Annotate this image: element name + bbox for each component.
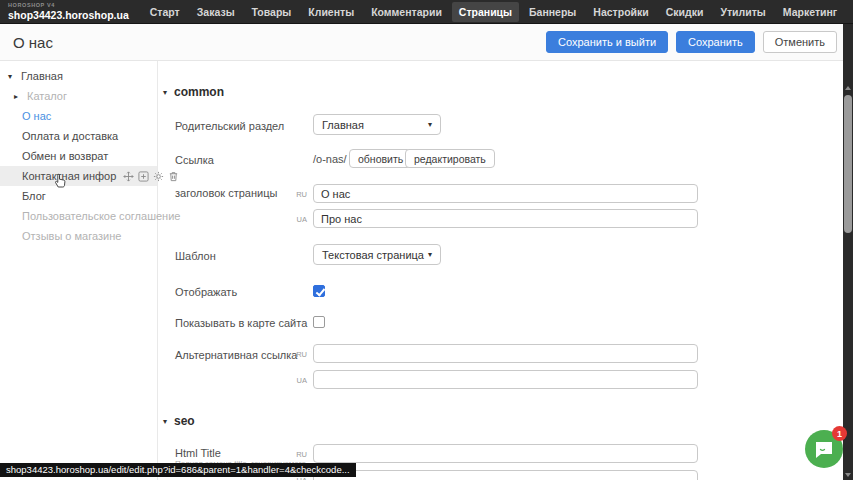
menu-item-banners[interactable]: Баннеры (522, 2, 583, 22)
logo-version: HOROSHOP V4 (8, 3, 129, 9)
display-checkbox[interactable] (313, 285, 325, 297)
menu-item-discounts[interactable]: Скидки (659, 2, 711, 22)
parent-section-label: Родительский раздел (175, 120, 284, 132)
page-title-field-label: заголовок страницы (175, 187, 277, 199)
tree-item-store-reviews[interactable]: Отзывы о магазине (0, 226, 157, 246)
chat-unread-badge: 1 (832, 426, 847, 441)
chevron-down-icon[interactable]: ▾ (8, 72, 16, 81)
page-title-ru-input[interactable] (313, 184, 698, 203)
page-title: О нас (0, 34, 53, 51)
menu-item-pages[interactable]: Страницы (452, 2, 519, 22)
html-title-ru-input[interactable] (313, 444, 698, 463)
html-title-label: Html Title (175, 447, 221, 459)
chevron-right-icon[interactable]: ▸ (14, 92, 22, 101)
chat-bubble-icon (814, 440, 834, 459)
alt-link-label: Альтернативная ссылка (175, 349, 297, 361)
save-and-exit-button[interactable]: Сохранить и выйти (546, 31, 668, 53)
template-value: Текстовая страница (322, 249, 424, 261)
section-seo-toggle[interactable]: ▾ seo (163, 414, 195, 428)
section-seo-label: seo (174, 414, 195, 428)
tree-item-payment-delivery[interactable]: Оплата и доставка (0, 126, 157, 146)
chevron-down-icon: ▾ (428, 250, 432, 259)
link-edit-button[interactable]: редактировать (405, 149, 495, 168)
link-value: /o-nas/ (313, 153, 347, 165)
sitemap-label: Показывать в карте сайта (175, 317, 307, 329)
template-select[interactable]: Текстовая страница ▾ (313, 244, 441, 265)
page-tree-sidebar: ▾ Главная ▸ Каталог О нас Оплата и доста… (0, 61, 158, 480)
top-menu: Старт Заказы Товары Клиенты Комментарии … (143, 2, 853, 22)
display-label: Отображать (175, 286, 237, 298)
section-common-toggle[interactable]: ▾ common (163, 85, 224, 99)
chevron-down-icon: ▾ (163, 417, 167, 426)
tree-item-label: Отзывы о магазине (22, 230, 121, 242)
menu-item-orders[interactable]: Заказы (190, 2, 242, 22)
tree-item-label: Пользовательское соглашение (22, 210, 180, 222)
alt-link-ru-input[interactable] (313, 344, 698, 363)
link-label: Ссылка (175, 154, 214, 166)
chevron-down-icon: ▾ (163, 88, 167, 97)
tree-item-label: О нас (22, 110, 51, 122)
menu-item-settings[interactable]: Настройки (586, 2, 655, 22)
scrollbar-thumb[interactable] (844, 95, 852, 233)
tree-item-label: Главная (21, 70, 63, 82)
menu-item-clients[interactable]: Клиенты (301, 2, 361, 22)
parent-section-select[interactable]: Главная ▾ (313, 114, 441, 135)
save-button[interactable]: Сохранить (676, 31, 755, 53)
html-title-ua-input[interactable] (313, 470, 698, 480)
delete-trash-icon[interactable] (168, 171, 179, 182)
vertical-scrollbar[interactable] (843, 24, 853, 480)
tree-item-blog[interactable]: Блог (0, 186, 157, 206)
settings-gear-icon[interactable] (153, 171, 164, 182)
move-icon[interactable] (123, 171, 134, 182)
section-common-label: common (174, 85, 224, 99)
lang-ua-tag: UA (289, 215, 307, 224)
top-navigation-bar: HOROSHOP V4 shop34423.horoshop.ua Старт … (0, 0, 853, 24)
tree-item-about-us[interactable]: О нас (0, 106, 157, 126)
page: HOROSHOP V4 shop34423.horoshop.ua Старт … (0, 0, 853, 480)
menu-item-utilities[interactable]: Утилиты (713, 2, 772, 22)
menu-item-start[interactable]: Старт (143, 2, 187, 22)
template-label: Шаблон (175, 250, 216, 262)
tree-item-exchange-return[interactable]: Обмен и возврат (0, 146, 157, 166)
link-update-button[interactable]: обновить (349, 149, 412, 168)
link-preview-statusbar: shop34423.horoshop.ua/edit/edit.php?id=6… (0, 463, 356, 477)
add-page-icon[interactable] (138, 171, 149, 182)
page-header: О нас Сохранить и выйти Сохранить Отмени… (0, 24, 843, 61)
chevron-down-icon: ▾ (428, 120, 432, 129)
tree-item-home[interactable]: ▾ Главная (0, 66, 157, 86)
tree-item-label: Обмен и возврат (22, 150, 108, 162)
header-actions: Сохранить и выйти Сохранить Отменить (546, 31, 837, 53)
alt-link-ua-input[interactable] (313, 370, 698, 389)
parent-section-value: Главная (322, 119, 364, 131)
page-title-ua-input[interactable] (313, 209, 698, 228)
scroll-up-arrow[interactable] (845, 86, 851, 90)
menu-item-comments[interactable]: Комментарии (364, 2, 449, 22)
cancel-button[interactable]: Отменить (763, 31, 837, 53)
logo-domain: shop34423.horoshop.ua (8, 10, 129, 21)
menu-item-marketing[interactable]: Маркетинг (776, 2, 844, 22)
tree-item-label: Контактная инфор (22, 170, 116, 182)
tree-item-catalog[interactable]: ▸ Каталог (0, 86, 157, 106)
tree-item-user-agreement[interactable]: Пользовательское соглашение (0, 206, 157, 226)
lang-ru-tag: RU (289, 350, 307, 359)
lang-ru-tag: RU (289, 450, 307, 459)
tree-item-label: Оплата и доставка (22, 130, 118, 142)
sitemap-checkbox[interactable] (313, 316, 325, 328)
lang-ru-tag: RU (289, 190, 307, 199)
page-edit-form: ▾ common Родительский раздел Главная ▾ С… (158, 61, 843, 480)
scroll-down-arrow[interactable] (845, 473, 851, 477)
tree-item-label: Блог (22, 190, 46, 202)
tree-row-actions (123, 171, 179, 182)
menu-item-seo[interactable]: Seo (847, 2, 853, 22)
logo[interactable]: HOROSHOP V4 shop34423.horoshop.ua (0, 3, 129, 20)
tree-item-contact-info[interactable]: Контактная инфор (0, 166, 157, 186)
tree-item-label: Каталог (27, 90, 67, 102)
menu-item-products[interactable]: Товары (245, 2, 299, 22)
lang-ua-tag: UA (289, 376, 307, 385)
chat-widget-button[interactable]: 1 (805, 430, 843, 468)
